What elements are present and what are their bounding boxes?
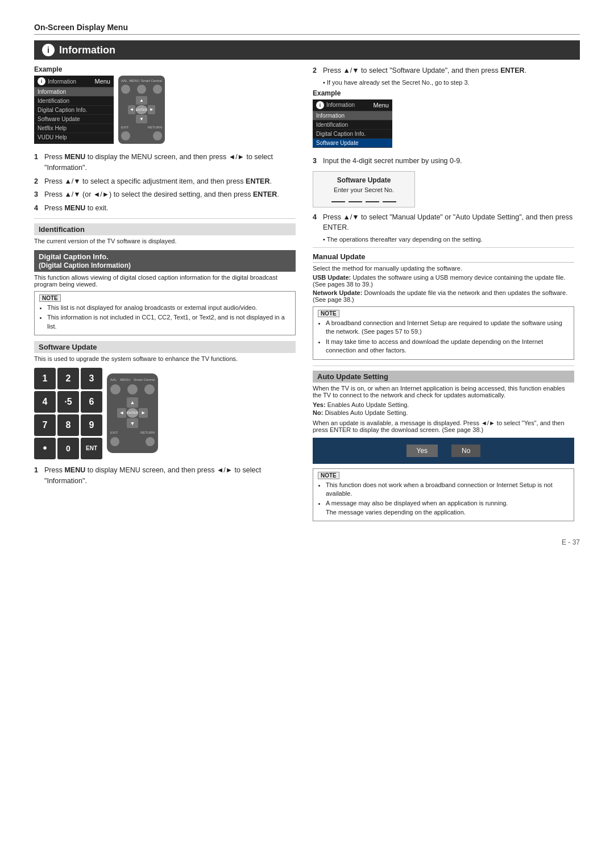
auto-update-title: Auto Update Setting (313, 371, 574, 383)
menu-item-information: Information (34, 88, 114, 97)
rl-return-circle (146, 437, 155, 446)
key-5: ·5 (57, 391, 79, 413)
key-ent: ENT (81, 438, 102, 459)
rl-tl (117, 397, 126, 407)
info-icon: i (42, 44, 55, 56)
note-label-manual: NOTE (318, 310, 339, 317)
menu-info-right: i Information (316, 101, 355, 109)
auto-update-note-list: This function does not work when a broad… (318, 481, 569, 517)
dpad-br (148, 115, 155, 123)
manual-note-2: It may take time to access and download … (326, 338, 569, 355)
section-title-bar: i Information (34, 40, 580, 60)
return-label-2: RETURN (140, 431, 155, 434)
yes-text: Yes: Enables Auto Update Setting. (313, 401, 574, 408)
rl-exit-circle (110, 437, 119, 446)
menu-item-vudu: VUDU Help (34, 133, 114, 142)
digital-caption-text: This function allows viewing of digital … (34, 274, 296, 288)
aal-label: AAL (121, 79, 127, 82)
menu-i-icon: i (38, 77, 45, 85)
smart-central-label: Smart Central (141, 79, 162, 82)
dpad-right-btn: ► (148, 105, 155, 114)
menu-item-netflix: Netflix Help (34, 124, 114, 133)
exit-label-2: EXIT (110, 431, 118, 434)
key-4: 4 (34, 391, 56, 413)
menu-circle (137, 85, 146, 94)
menu-item-id-right: Identification (313, 121, 392, 130)
menu-header-label: Menu (94, 78, 110, 85)
menu-item-sw-right: Software Update (313, 139, 392, 148)
dash-4 (383, 201, 396, 202)
menu-header-label-right: Menu (373, 102, 389, 109)
menu-item-dc-right: Digital Caption Info. (313, 130, 392, 139)
yes-button[interactable]: Yes (406, 445, 438, 457)
step-2-num: 2 (34, 176, 42, 187)
sw-step-1-text: Press MENU to display MENU screen, and t… (44, 465, 296, 487)
section-title: Information (59, 44, 115, 56)
dash-2 (349, 201, 362, 202)
rl-tr (139, 397, 148, 407)
sw-step-1: 1 Press MENU to display MENU screen, and… (34, 465, 296, 487)
step-2-left: 2 Press ▲/▼ to select a specific adjustm… (34, 176, 296, 187)
aal-circle (121, 85, 130, 94)
page-header: On-Screen Display Menu (34, 23, 580, 35)
auto-note-2: A message may also be displayed when an … (326, 499, 569, 517)
manual-update-section: Manual Update Select the method for manu… (313, 252, 574, 360)
rl-enter: ENTER (127, 408, 138, 418)
manual-update-title: Manual Update (313, 252, 574, 263)
digital-caption-note: NOTE This list is not displayed for anal… (34, 291, 296, 335)
key-0: 0 (57, 438, 79, 459)
right-step-3-text: Input the 4-digit secret number by using… (323, 156, 462, 167)
step-4-left: 4 Press MENU to exit. (34, 203, 296, 214)
return-label: RETURN (148, 126, 162, 129)
step-4-num: 4 (34, 203, 42, 214)
key-2: 2 (57, 368, 79, 389)
auto-update-text: When the TV is on, or when an Internet a… (313, 385, 574, 398)
key-9: 9 (81, 414, 102, 436)
rl-dpad: ▲ ◄ ENTER ► ▼ (117, 397, 148, 428)
auto-note-1: This function does not work when a broad… (326, 481, 569, 499)
note-label-auto: NOTE (318, 472, 339, 479)
remote-large-top-circles (110, 384, 155, 394)
keypad-remote: 1 2 3 4 ·5 6 7 8 9 • 0 ENT AAL (34, 368, 296, 459)
no-button[interactable]: No (451, 445, 480, 457)
dpad-tr (148, 96, 155, 105)
manual-update-intro: Select the method for manually updating … (313, 265, 574, 272)
step-1-num: 1 (34, 152, 42, 173)
manual-update-note-list: A broadband connection and Internet Setu… (318, 319, 569, 355)
note-item-1: This list is not displayed for analog br… (47, 304, 291, 312)
rl-aal-circle (110, 384, 121, 394)
step-3-left: 3 Press ▲/▼ (or ◄/►) to select the desir… (34, 189, 296, 200)
two-col-layout: Example i Information Menu Information I… (34, 65, 580, 527)
manual-update-note: NOTE A broadband connection and Internet… (313, 306, 574, 360)
rl-br (139, 418, 148, 428)
step-2-text: Press ▲/▼ to select a specific adjustmen… (44, 176, 272, 187)
menu-i-icon-right: i (316, 101, 324, 109)
menu-box-right-header: i Information Menu (313, 99, 392, 111)
right-step-2-note: • If you have already set the Secret No.… (323, 79, 574, 86)
menu-info-label-right: Information (326, 102, 355, 108)
key-6: 6 (81, 391, 102, 413)
secret-dashes (320, 197, 408, 202)
example-label-right: Example (313, 89, 574, 97)
software-update-text: This is used to upgrade the system softw… (34, 355, 296, 362)
right-step-3-num: 3 (313, 156, 321, 167)
dpad-up: ▲ (136, 96, 147, 105)
right-step-4-note: • The operations thereafter vary dependi… (323, 236, 574, 243)
aal-label-2: AAL (110, 378, 117, 381)
menu-item-software-update: Software Update (34, 115, 114, 124)
right-column: 2 Press ▲/▼ to select "Software Update",… (313, 65, 574, 527)
identification-text: The current version of the TV software i… (34, 238, 296, 244)
rl-bl (117, 418, 126, 428)
key-dot: • (34, 438, 56, 459)
identification-title: Identification (34, 223, 296, 235)
rl-down: ▼ (127, 418, 138, 428)
dpad-left: ▲ ◄ ENTER ► ▼ (128, 96, 155, 123)
menu-info-label: Information (48, 78, 76, 85)
remote-bottom-labels: EXIT RETURN (121, 126, 162, 129)
secret-box-title: Software Update (320, 176, 408, 184)
usb-update-text: USB Update: Updates the software using a… (313, 274, 574, 288)
exit-label: EXIT (121, 126, 128, 129)
menu-label-2: MENU (120, 378, 130, 381)
rl-up: ▲ (127, 397, 138, 407)
software-update-title: Software Update (34, 341, 296, 353)
